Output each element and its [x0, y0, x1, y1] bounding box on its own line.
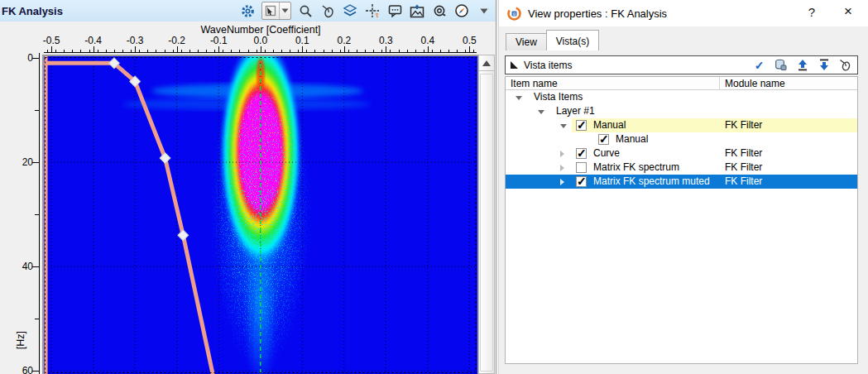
- tab-vistas[interactable]: Vista(s): [546, 30, 599, 50]
- tree-rows: Vista ItemsLayer #1✓ManualFK Filter✓Manu…: [506, 90, 857, 189]
- dialog-tabs: ViewVista(s): [506, 30, 598, 50]
- expander-expand-icon[interactable]: [560, 179, 564, 185]
- module-name-label: FK Filter: [725, 147, 762, 159]
- y-axis-labels: 0204060: [0, 0, 33, 374]
- close-button[interactable]: ×: [838, 3, 858, 23]
- x-tick-label: 0.2: [337, 35, 351, 46]
- pick-crosshair-icon[interactable]: [364, 2, 381, 20]
- y-tick-label: 20: [22, 156, 33, 168]
- module-name-label: FK Filter: [725, 161, 762, 173]
- compass-icon[interactable]: [453, 2, 470, 20]
- x-tick-label: 0.3: [379, 35, 393, 46]
- dialog-titlebar[interactable]: g View properties : FK Analysis ? ×: [499, 0, 868, 26]
- expander-collapse-icon[interactable]: [538, 110, 544, 114]
- fk-spectrum-plot[interactable]: [42, 55, 478, 374]
- item-name-label: Curve: [593, 147, 620, 159]
- move-up-arrow-icon[interactable]: [795, 58, 809, 72]
- view-properties-dialog: g View properties : FK Analysis ? × View…: [498, 0, 868, 374]
- annotation-comment-icon[interactable]: [386, 2, 403, 20]
- zoom-magnifier-icon[interactable]: [297, 2, 314, 20]
- help-button[interactable]: ?: [803, 5, 820, 22]
- select-mode-dropdown-icon[interactable]: [279, 2, 290, 19]
- item-checkbox[interactable]: ✓: [576, 176, 587, 187]
- y-axis-title: [Hz]: [15, 326, 26, 354]
- x-tick-label: 0.4: [421, 35, 435, 46]
- x-axis-labels: -0.5-0.4-0.3-0.2-0.10.00.10.20.30.40.5: [0, 35, 496, 46]
- x-tick-label: -0.5: [43, 35, 60, 46]
- checkmark-icon: ✓: [577, 146, 587, 160]
- export-image-icon[interactable]: [409, 2, 425, 20]
- fk-panel-titlebar: FK Analysis: [0, 0, 496, 22]
- apply-check-icon[interactable]: ✓: [752, 58, 766, 72]
- x-tick-label: 0.5: [463, 35, 477, 46]
- layers-icon[interactable]: [342, 2, 358, 20]
- column-module-name[interactable]: Module name: [725, 78, 785, 89]
- x-tick-label: -0.4: [84, 35, 102, 46]
- x-tick-label: 0.0: [253, 35, 267, 46]
- checkmark-icon: ✓: [577, 175, 587, 188]
- arrow-up-icon: [482, 60, 491, 66]
- item-name-label: Matrix FK spectrum: [593, 161, 679, 173]
- vista-items-toolbar: ✓: [752, 56, 852, 74]
- item-name-label: Layer #1: [556, 105, 595, 117]
- module-name-label: FK Filter: [725, 119, 762, 131]
- x-tick-label: -0.2: [168, 35, 185, 46]
- module-name-label: FK Filter: [725, 175, 762, 187]
- dialog-bottom-margin: [499, 364, 868, 374]
- more-dropdown-icon[interactable]: [476, 2, 492, 20]
- select-mode-button[interactable]: [261, 2, 291, 20]
- expander-collapse-icon[interactable]: [560, 124, 567, 128]
- vista-items-header[interactable]: Vista items ✓: [505, 55, 858, 74]
- item-name-label: Vista Items: [534, 91, 583, 103]
- item-checkbox[interactable]: ✓: [576, 120, 587, 131]
- item-name-label: Manual: [616, 133, 648, 145]
- move-down-arrow-icon[interactable]: [817, 58, 831, 72]
- expander-expand-icon[interactable]: [560, 165, 564, 171]
- x-tick-label: -0.3: [127, 35, 144, 46]
- y-tick-label: 0: [27, 52, 33, 64]
- tree-row[interactable]: Layer #1: [506, 104, 857, 118]
- item-checkbox[interactable]: [576, 162, 587, 173]
- settings-gear-icon[interactable]: [239, 2, 256, 20]
- tab-view[interactable]: View: [506, 33, 547, 50]
- tree-row[interactable]: Vista Items: [506, 90, 857, 104]
- app-logo-icon: g: [507, 7, 521, 21]
- expander-collapse-icon[interactable]: [516, 96, 522, 100]
- checkmark-icon: ✓: [577, 118, 587, 132]
- y-tick-label: 60: [22, 365, 33, 374]
- tree-row[interactable]: ✓CurveFK Filter: [506, 146, 857, 161]
- vista-items-table: Item name Module name Vista ItemsLayer #…: [505, 76, 858, 364]
- plot-vertical-scrollbar[interactable]: [478, 55, 495, 374]
- panel-divider: [496, 0, 496, 374]
- x-axis-title: WaveNumber [Coefficient]: [44, 24, 477, 36]
- item-checkbox[interactable]: ✓: [598, 134, 609, 145]
- tree-row[interactable]: ✓ManualFK Filter: [506, 118, 857, 132]
- select-mode-icon[interactable]: [262, 2, 279, 19]
- dialog-title: View properties : FK Analysis: [528, 7, 667, 20]
- copy-database-icon[interactable]: [774, 58, 788, 72]
- scrollbar-up-button[interactable]: [479, 55, 494, 71]
- tree-row[interactable]: ✓Matrix FK spectrum mutedFK Filter: [506, 175, 857, 189]
- vista-items-label: Vista items: [524, 60, 572, 71]
- tree-row[interactable]: ✓Manual: [506, 132, 857, 146]
- fk-toolbar: [239, 0, 492, 22]
- column-divider[interactable]: [719, 77, 720, 90]
- collapse-triangle-icon: [511, 61, 518, 69]
- item-name-label: Manual: [593, 119, 626, 131]
- tree-row[interactable]: Matrix FK spectrumFK Filter: [506, 161, 857, 175]
- x-tick-label: 0.1: [295, 35, 309, 46]
- fk-analysis-panel: FK Analysis: [0, 0, 496, 374]
- item-checkbox[interactable]: ✓: [576, 148, 587, 159]
- checkmark-icon: ✓: [599, 132, 609, 146]
- mouse-select-icon[interactable]: [838, 58, 852, 72]
- column-item-name[interactable]: Item name: [511, 78, 558, 89]
- scrollbar-thumb[interactable]: [480, 74, 493, 372]
- y-tick-label: 40: [22, 261, 33, 272]
- svg-text:g: g: [513, 11, 516, 16]
- app-root: FK Analysis: [0, 0, 868, 374]
- item-name-label: Matrix FK spectrum muted: [593, 175, 710, 187]
- zoom-actual-icon[interactable]: [431, 2, 448, 20]
- expander-expand-icon[interactable]: [560, 151, 564, 157]
- table-header[interactable]: Item name Module name: [506, 77, 857, 90]
- mouse-select-icon[interactable]: [319, 2, 336, 20]
